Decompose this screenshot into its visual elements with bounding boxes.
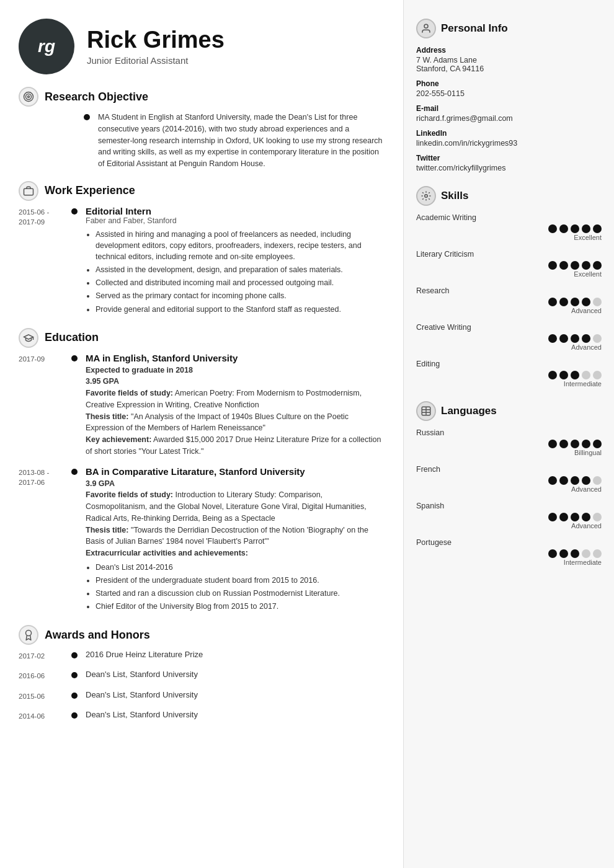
edu-bullet-1-0: Dean's List 2014-2016: [96, 562, 385, 573]
award-item-2: 2015-06 Dean's List, Stanford University: [19, 690, 385, 701]
skill-dots-0: [416, 224, 602, 233]
edu-content-1: BA in Comparative Litarature, Stanford U…: [81, 466, 385, 614]
address-label: Address: [416, 46, 602, 55]
award-dot-1: [71, 672, 78, 678]
work-item-0: 2015-06 - 2017-09 Editorial Intern Faber…: [19, 206, 385, 317]
objective-title: Research Objective: [45, 91, 148, 104]
award-dot-0: [71, 652, 78, 658]
svg-point-4: [26, 631, 32, 636]
skill-dot-1-0: [548, 261, 557, 270]
skill-dot-2-2: [571, 298, 579, 306]
lang-name-0: Russian: [416, 428, 602, 437]
skill-dot-3-3: [582, 334, 590, 343]
work-bullet-0-1: Assisted in the development, design, and…: [96, 264, 385, 275]
email-label: E-mail: [416, 104, 602, 113]
skill-dot-3-4: [593, 334, 602, 343]
skill-level-0: Excellent: [416, 234, 602, 241]
lang-level-3: Intermediate: [416, 559, 602, 566]
lang-dot-0-2: [571, 440, 579, 448]
languages-section: Languages Russian Billingual French: [416, 401, 602, 566]
lang-2: Spanish Advanced: [416, 502, 602, 529]
objective-icon: [19, 87, 38, 107]
job-title-0: Editorial Intern: [86, 206, 385, 216]
edu-date-0: 2017-09: [19, 353, 68, 458]
skill-dot-4-0: [548, 371, 557, 379]
education-icon: [19, 328, 38, 348]
award-item-3: 2014-06 Dean's List, Stanford University: [19, 710, 385, 721]
avatar-initials: rg: [38, 37, 55, 56]
award-date-0: 2017-02: [19, 650, 68, 661]
skill-dot-2-0: [548, 298, 557, 306]
skill-dot-2-4: [593, 298, 602, 306]
personal-linkedin: LinkedIn linkedin.com/in/rickygrimes93: [416, 129, 602, 148]
award-item-0: 2017-02 2016 Drue Heinz Literature Prize: [19, 650, 385, 661]
lang-dot-2-1: [559, 513, 568, 521]
personal-info-title: Personal Info: [441, 22, 508, 35]
lang-dot-2-2: [571, 513, 579, 521]
work-content-0: Editorial Intern Faber and Faber, Stanfo…: [81, 206, 385, 317]
skill-dot-3-2: [571, 334, 579, 343]
lang-dot-1-3: [582, 476, 590, 485]
lang-dot-3-1: [559, 549, 568, 558]
objective-text: MA Student in English at Stanford Univer…: [98, 112, 385, 170]
skill-dot-0-4: [593, 224, 602, 233]
lang-dots-1: [416, 476, 602, 485]
header: rg Rick Grimes Junior Editorial Assistan…: [19, 19, 385, 74]
skill-dot-4-3: [582, 371, 590, 379]
objective-section: Research Objective MA Student in English…: [19, 87, 385, 170]
skill-name-4: Editing: [416, 360, 602, 368]
edu-meta-0: Expected to graduate in 2018 3.95 GPA Fa…: [86, 365, 385, 458]
skill-2: Research Advanced: [416, 286, 602, 314]
lang-dot-1-4: [593, 476, 602, 485]
right-column: Personal Info Address 7 W. Adams LaneSta…: [403, 0, 614, 868]
skill-dot-4-1: [559, 371, 568, 379]
award-date-2: 2015-06: [19, 690, 68, 701]
skills-section: Skills Academic Writing Excellent Litera…: [416, 186, 602, 388]
edu-bullet-1-2: Started and ran a discussion club on Rus…: [96, 588, 385, 599]
lang-dot-0-4: [593, 440, 602, 448]
lang-level-1: Advanced: [416, 485, 602, 493]
edu-dot-1: [71, 469, 78, 475]
skill-name-2: Research: [416, 286, 602, 295]
lang-dot-3-2: [571, 549, 579, 558]
left-column: rg Rick Grimes Junior Editorial Assistan…: [0, 0, 403, 868]
skill-dot-4-2: [571, 371, 579, 379]
lang-name-3: Portugese: [416, 538, 602, 547]
education-header: Education: [19, 328, 385, 348]
svg-rect-3: [24, 188, 33, 195]
awards-icon: [19, 625, 38, 645]
skill-name-3: Creative Writing: [416, 323, 602, 332]
avatar: rg: [19, 19, 74, 74]
lang-level-0: Billingual: [416, 449, 602, 456]
award-dot-2: [71, 693, 78, 699]
education-title: Education: [45, 331, 99, 344]
award-date-3: 2014-06: [19, 710, 68, 721]
lang-dots-0: [416, 440, 602, 448]
award-text-3: Dean's List, Stanford University: [86, 710, 198, 719]
skill-dots-2: [416, 298, 602, 306]
work-header: Work Experience: [19, 181, 385, 201]
skill-dot-0-1: [559, 224, 568, 233]
linkedin-value: linkedin.com/in/rickygrimes93: [416, 139, 602, 148]
skill-dots-3: [416, 334, 602, 343]
languages-header: Languages: [416, 401, 602, 421]
lang-dot-0-1: [559, 440, 568, 448]
objective-row: MA Student in English at Stanford Univer…: [19, 112, 385, 170]
personal-info-section: Personal Info Address 7 W. Adams LaneSta…: [416, 19, 602, 172]
lang-dot-1-0: [548, 476, 557, 485]
skill-name-1: Literary Criticism: [416, 250, 602, 259]
edu-bullets-1: Dean's List 2014-2016 President of the u…: [86, 562, 385, 613]
skill-dot-2-1: [559, 298, 568, 306]
personal-info-header: Personal Info: [416, 19, 602, 38]
personal-address: Address 7 W. Adams LaneStanford, CA 9411…: [416, 46, 602, 73]
lang-dot-3-3: [582, 549, 590, 558]
candidate-title: Junior Editorial Assistant: [87, 55, 225, 66]
skill-dot-1-4: [593, 261, 602, 270]
objective-header: Research Objective: [19, 87, 385, 107]
skill-dot-1-2: [571, 261, 579, 270]
page: rg Rick Grimes Junior Editorial Assistan…: [0, 0, 614, 868]
svg-point-1: [26, 94, 32, 100]
work-date-0: 2015-06 - 2017-09: [19, 206, 68, 317]
lang-1: French Advanced: [416, 465, 602, 493]
skill-level-3: Advanced: [416, 343, 602, 351]
